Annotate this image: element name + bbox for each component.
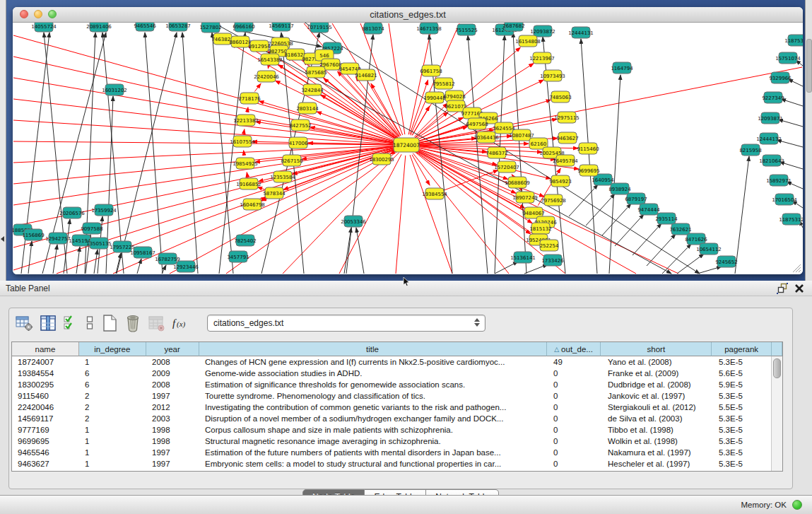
graph-node[interactable]: 9463627: [556, 132, 578, 144]
black-edge[interactable]: [53, 245, 57, 274]
black-edge[interactable]: [781, 99, 803, 106]
graph-node[interactable]: 5878344: [263, 187, 286, 199]
graph-node[interactable]: 417006: [289, 137, 308, 148]
graph-node[interactable]: 9245652: [715, 256, 737, 267]
red-edge[interactable]: [170, 150, 397, 274]
graph-node[interactable]: 14569117: [269, 23, 294, 31]
red-edge[interactable]: [417, 67, 802, 143]
table-row[interactable]: 2242004622012Investigating the contribut…: [12, 402, 782, 413]
graph-node[interactable]: 18210643: [759, 155, 784, 166]
graph-node[interactable]: 10719155: [307, 23, 332, 33]
graph-node[interactable]: 3242844: [301, 84, 324, 95]
graph-node[interactable]: 17016504: [772, 194, 797, 205]
graph-node[interactable]: 7955812: [433, 78, 454, 89]
graph-node[interactable]: 16154808: [515, 35, 541, 47]
graph-node[interactable]: 6966160: [233, 23, 254, 32]
column-header-in_degree[interactable]: in_degree: [79, 342, 146, 356]
graph-node[interactable]: 252254: [540, 240, 559, 251]
column-header-pagerank[interactable]: pagerank: [712, 342, 772, 356]
black-edge[interactable]: [145, 33, 163, 274]
table-row[interactable]: 911546021997Tourette syndrome. Phenomeno…: [12, 390, 782, 402]
red-edge[interactable]: [408, 23, 433, 134]
graph-node[interactable]: 6961758: [420, 65, 442, 76]
red-edge[interactable]: [13, 146, 396, 205]
delete-icon[interactable]: [124, 314, 141, 332]
black-edge[interactable]: [28, 241, 32, 274]
red-edge[interactable]: [283, 153, 399, 274]
graph-node[interactable]: 2687682: [502, 23, 524, 31]
graph-node[interactable]: 12444132: [756, 133, 782, 144]
graph-node[interactable]: 11875312: [779, 214, 803, 225]
graph-node[interactable]: 16543382: [257, 54, 283, 65]
graph-node[interactable]: 2935114: [655, 213, 678, 224]
graph-node[interactable]: 12093871: [758, 112, 783, 124]
select-all-icon[interactable]: [63, 314, 78, 332]
black-edge[interactable]: [76, 247, 80, 274]
graph-node[interactable]: 18300295: [369, 153, 394, 165]
resize-grip[interactable]: [792, 263, 801, 273]
column-header-out_de[interactable]: △out_de...: [547, 342, 601, 356]
graph-node[interactable]: 20053346: [341, 216, 366, 227]
graph-node[interactable]: 12353584: [270, 171, 295, 182]
graph-node[interactable]: 15136141: [510, 252, 536, 263]
graph-node[interactable]: 12942757: [45, 233, 71, 244]
black-edge[interactable]: [137, 259, 141, 274]
red-edge[interactable]: [13, 78, 396, 143]
new-table-icon[interactable]: [101, 314, 118, 332]
black-edge[interactable]: [615, 214, 644, 246]
black-edge[interactable]: [117, 33, 177, 274]
black-edge[interactable]: [735, 156, 749, 274]
graph-node[interactable]: 8267150: [281, 155, 302, 166]
red-edge[interactable]: [247, 173, 247, 175]
graph-node[interactable]: 10654112: [696, 243, 722, 255]
function-builder-icon[interactable]: f (x): [171, 314, 192, 332]
graph-node[interactable]: 9699695: [577, 165, 599, 176]
graph-node[interactable]: 10973493: [540, 70, 565, 81]
table-row[interactable]: 946362711997Embryonic stem cells: a mode…: [12, 458, 782, 469]
black-edge[interactable]: [602, 204, 631, 235]
graph-node[interactable]: 19166852: [236, 178, 261, 189]
window-titlebar[interactable]: citations_edges.txt: [13, 7, 803, 23]
graph-node[interactable]: 10688609: [505, 177, 530, 188]
black-edge[interactable]: [569, 185, 598, 216]
graph-node[interactable]: 9115460: [577, 143, 599, 154]
graph-node[interactable]: 11875311: [784, 35, 803, 46]
graph-node[interactable]: 1527802: [199, 23, 221, 33]
graph-node[interactable]: 16107554: [230, 136, 255, 147]
graph-node[interactable]: 9329966: [769, 72, 792, 83]
graph-node[interactable]: 7515525: [455, 24, 477, 35]
red-edge[interactable]: [512, 175, 512, 175]
graph-node[interactable]: 20891406: [86, 23, 112, 32]
column-header-name[interactable]: name: [12, 342, 79, 356]
deselect-icon[interactable]: [85, 314, 95, 332]
red-edge[interactable]: [414, 103, 447, 137]
graph-node[interactable]: 16031202: [102, 84, 127, 95]
graph-node[interactable]: 16046798: [240, 199, 265, 210]
column-header-year[interactable]: year: [146, 342, 199, 356]
graph-node[interactable]: 12923446: [173, 261, 199, 272]
graph-node[interactable]: 17359924: [91, 204, 117, 216]
graph-node[interactable]: 2718176: [238, 93, 261, 104]
graph-node[interactable]: 6497568: [466, 118, 488, 129]
black-edge[interactable]: [356, 228, 364, 274]
black-edge[interactable]: [677, 254, 704, 274]
graph-node[interactable]: 9854923: [549, 175, 571, 187]
red-edge[interactable]: [247, 107, 248, 112]
graph-node[interactable]: 7825402: [234, 235, 256, 246]
graph-node[interactable]: 10653287: [165, 23, 191, 31]
close-panel-icon[interactable]: [794, 283, 805, 294]
black-edge[interactable]: [524, 264, 548, 274]
table-row[interactable]: 946554611997Estimation of the future num…: [12, 447, 782, 458]
graph-node[interactable]: 3457791: [227, 251, 249, 262]
red-edge[interactable]: [244, 151, 245, 155]
collapse-arrow-icon[interactable]: [1, 236, 4, 242]
graph-node[interactable]: 9474444: [637, 204, 660, 215]
graph-node[interactable]: 22420046: [254, 71, 279, 82]
graph-node[interactable]: 20364436: [473, 132, 499, 143]
table-row[interactable]: 969969511998Structural magnetic resonanc…: [12, 436, 782, 447]
table-row[interactable]: 1456911722003Disruption of a novel membe…: [12, 413, 782, 424]
scrollbar-thumb[interactable]: [773, 358, 781, 378]
black-edge[interactable]: [647, 234, 676, 266]
graph-node[interactable]: 8215958: [739, 144, 761, 156]
table-row[interactable]: 1872400712008Changes of HCN gene express…: [12, 356, 782, 368]
